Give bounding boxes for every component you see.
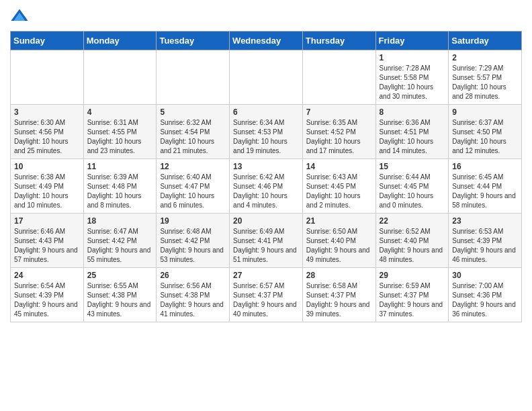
calendar-cell: 8Sunrise: 6:36 AM Sunset: 4:51 PM Daylig… — [375, 105, 449, 159]
day-number: 30 — [452, 271, 518, 280]
logo-icon — [10, 7, 29, 26]
day-number: 3 — [14, 107, 80, 117]
day-number: 23 — [452, 216, 518, 226]
day-info: Sunrise: 7:29 AM Sunset: 5:57 PM Dayligh… — [452, 64, 518, 101]
day-number: 22 — [380, 216, 445, 226]
day-info: Sunrise: 6:56 AM Sunset: 4:38 PM Dayligh… — [160, 281, 226, 319]
calendar-cell — [83, 50, 157, 105]
day-info: Sunrise: 6:38 AM Sunset: 4:49 PM Dayligh… — [14, 173, 80, 210]
day-info: Sunrise: 6:37 AM Sunset: 4:50 PM Dayligh… — [452, 118, 518, 156]
calendar-cell: 15Sunrise: 6:44 AM Sunset: 4:45 PM Dayli… — [375, 159, 449, 214]
calendar-cell: 30Sunrise: 7:00 AM Sunset: 4:36 PM Dayli… — [449, 268, 522, 322]
calendar-cell: 29Sunrise: 6:59 AM Sunset: 4:37 PM Dayli… — [375, 268, 449, 322]
day-number: 14 — [306, 162, 372, 171]
day-number: 8 — [380, 107, 445, 117]
calendar-table: SundayMondayTuesdayWednesdayThursdayFrid… — [10, 31, 522, 322]
day-number: 5 — [160, 107, 226, 117]
calendar-cell: 24Sunrise: 6:54 AM Sunset: 4:39 PM Dayli… — [11, 268, 84, 322]
calendar-week-row: 24Sunrise: 6:54 AM Sunset: 4:39 PM Dayli… — [11, 268, 522, 322]
calendar-cell: 2Sunrise: 7:29 AM Sunset: 5:57 PM Daylig… — [449, 50, 522, 105]
day-number: 15 — [380, 162, 445, 171]
calendar-cell: 26Sunrise: 6:56 AM Sunset: 4:38 PM Dayli… — [157, 268, 230, 322]
day-number: 11 — [87, 162, 153, 171]
day-info: Sunrise: 6:43 AM Sunset: 4:45 PM Dayligh… — [306, 173, 372, 210]
day-info: Sunrise: 6:58 AM Sunset: 4:37 PM Dayligh… — [306, 281, 372, 319]
day-info: Sunrise: 6:40 AM Sunset: 4:47 PM Dayligh… — [160, 173, 226, 210]
day-info: Sunrise: 6:48 AM Sunset: 4:42 PM Dayligh… — [160, 227, 226, 265]
calendar-cell — [157, 50, 230, 105]
day-info: Sunrise: 7:00 AM Sunset: 4:36 PM Dayligh… — [452, 281, 518, 319]
day-header-monday: Monday — [83, 32, 157, 50]
calendar-body: 1Sunrise: 7:28 AM Sunset: 5:58 PM Daylig… — [11, 50, 522, 322]
day-number: 21 — [306, 216, 372, 226]
calendar-cell: 21Sunrise: 6:50 AM Sunset: 4:40 PM Dayli… — [302, 214, 375, 268]
day-info: Sunrise: 6:35 AM Sunset: 4:52 PM Dayligh… — [306, 118, 372, 156]
calendar-cell: 3Sunrise: 6:30 AM Sunset: 4:56 PM Daylig… — [11, 105, 84, 159]
calendar-cell: 6Sunrise: 6:34 AM Sunset: 4:53 PM Daylig… — [230, 105, 303, 159]
day-number: 17 — [14, 216, 80, 226]
day-info: Sunrise: 6:31 AM Sunset: 4:55 PM Dayligh… — [87, 118, 153, 156]
day-header-sunday: Sunday — [11, 32, 84, 50]
calendar-cell: 9Sunrise: 6:37 AM Sunset: 4:50 PM Daylig… — [449, 105, 522, 159]
calendar-cell: 18Sunrise: 6:47 AM Sunset: 4:42 PM Dayli… — [83, 214, 157, 268]
day-number: 7 — [306, 107, 372, 117]
calendar-cell: 1Sunrise: 7:28 AM Sunset: 5:58 PM Daylig… — [375, 50, 449, 105]
day-number: 24 — [14, 271, 80, 280]
day-info: Sunrise: 6:44 AM Sunset: 4:45 PM Dayligh… — [380, 173, 445, 210]
day-number: 27 — [233, 271, 299, 280]
calendar-week-row: 3Sunrise: 6:30 AM Sunset: 4:56 PM Daylig… — [11, 105, 522, 159]
calendar-cell: 10Sunrise: 6:38 AM Sunset: 4:49 PM Dayli… — [11, 159, 84, 214]
calendar-cell: 17Sunrise: 6:46 AM Sunset: 4:43 PM Dayli… — [11, 214, 84, 268]
calendar-cell: 16Sunrise: 6:45 AM Sunset: 4:44 PM Dayli… — [449, 159, 522, 214]
day-header-wednesday: Wednesday — [230, 32, 303, 50]
calendar-cell: 13Sunrise: 6:42 AM Sunset: 4:46 PM Dayli… — [230, 159, 303, 214]
day-info: Sunrise: 6:30 AM Sunset: 4:56 PM Dayligh… — [14, 118, 80, 156]
logo — [10, 7, 32, 26]
page-header — [10, 7, 522, 26]
day-info: Sunrise: 6:49 AM Sunset: 4:41 PM Dayligh… — [233, 227, 299, 265]
day-header-friday: Friday — [375, 32, 449, 50]
day-info: Sunrise: 6:39 AM Sunset: 4:48 PM Dayligh… — [87, 173, 153, 210]
day-info: Sunrise: 6:46 AM Sunset: 4:43 PM Dayligh… — [14, 227, 80, 265]
calendar-cell: 4Sunrise: 6:31 AM Sunset: 4:55 PM Daylig… — [83, 105, 157, 159]
calendar-cell: 12Sunrise: 6:40 AM Sunset: 4:47 PM Dayli… — [157, 159, 230, 214]
day-info: Sunrise: 6:53 AM Sunset: 4:39 PM Dayligh… — [452, 227, 518, 265]
day-info: Sunrise: 6:52 AM Sunset: 4:40 PM Dayligh… — [380, 227, 445, 265]
day-number: 13 — [233, 162, 299, 171]
day-number: 29 — [380, 271, 445, 280]
day-number: 9 — [452, 107, 518, 117]
calendar-cell: 11Sunrise: 6:39 AM Sunset: 4:48 PM Dayli… — [83, 159, 157, 214]
calendar-cell: 14Sunrise: 6:43 AM Sunset: 4:45 PM Dayli… — [302, 159, 375, 214]
calendar-cell: 25Sunrise: 6:55 AM Sunset: 4:38 PM Dayli… — [83, 268, 157, 322]
calendar-cell: 27Sunrise: 6:57 AM Sunset: 4:37 PM Dayli… — [230, 268, 303, 322]
day-info: Sunrise: 6:32 AM Sunset: 4:54 PM Dayligh… — [160, 118, 226, 156]
day-number: 1 — [380, 53, 445, 62]
day-info: Sunrise: 6:42 AM Sunset: 4:46 PM Dayligh… — [233, 173, 299, 210]
day-info: Sunrise: 6:47 AM Sunset: 4:42 PM Dayligh… — [87, 227, 153, 265]
day-info: Sunrise: 6:50 AM Sunset: 4:40 PM Dayligh… — [306, 227, 372, 265]
day-number: 18 — [87, 216, 153, 226]
calendar-cell — [11, 50, 84, 105]
day-number: 10 — [14, 162, 80, 171]
calendar-header-row: SundayMondayTuesdayWednesdayThursdayFrid… — [11, 32, 522, 50]
day-header-thursday: Thursday — [302, 32, 375, 50]
day-info: Sunrise: 6:36 AM Sunset: 4:51 PM Dayligh… — [380, 118, 445, 156]
calendar-cell: 28Sunrise: 6:58 AM Sunset: 4:37 PM Dayli… — [302, 268, 375, 322]
day-number: 20 — [233, 216, 299, 226]
day-number: 12 — [160, 162, 226, 171]
day-header-saturday: Saturday — [449, 32, 522, 50]
day-info: Sunrise: 6:57 AM Sunset: 4:37 PM Dayligh… — [233, 281, 299, 319]
day-number: 19 — [160, 216, 226, 226]
day-info: Sunrise: 6:59 AM Sunset: 4:37 PM Dayligh… — [380, 281, 445, 319]
calendar-cell — [302, 50, 375, 105]
day-info: Sunrise: 7:28 AM Sunset: 5:58 PM Dayligh… — [380, 64, 445, 101]
calendar-week-row: 10Sunrise: 6:38 AM Sunset: 4:49 PM Dayli… — [11, 159, 522, 214]
calendar-cell: 7Sunrise: 6:35 AM Sunset: 4:52 PM Daylig… — [302, 105, 375, 159]
day-number: 25 — [87, 271, 153, 280]
calendar-cell: 20Sunrise: 6:49 AM Sunset: 4:41 PM Dayli… — [230, 214, 303, 268]
calendar-week-row: 1Sunrise: 7:28 AM Sunset: 5:58 PM Daylig… — [11, 50, 522, 105]
calendar-cell — [230, 50, 303, 105]
day-number: 16 — [452, 162, 518, 171]
calendar-cell: 19Sunrise: 6:48 AM Sunset: 4:42 PM Dayli… — [157, 214, 230, 268]
day-number: 4 — [87, 107, 153, 117]
